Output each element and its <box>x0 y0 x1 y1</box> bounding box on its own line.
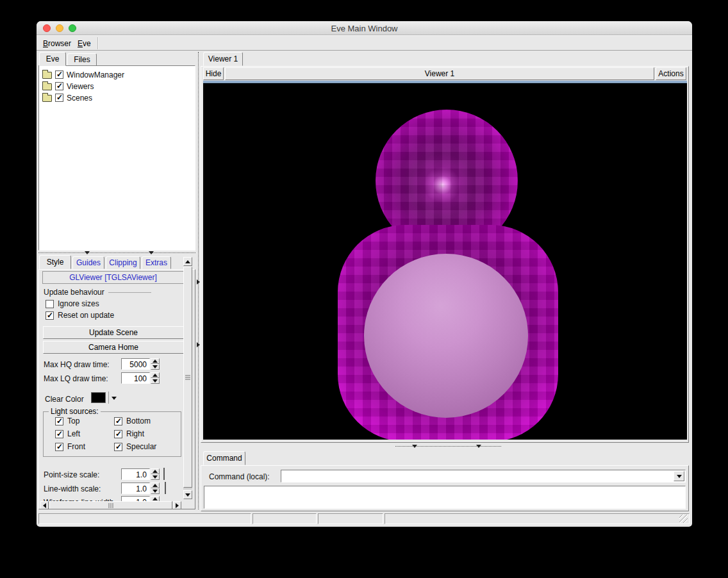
glviewer-header: GLViewer [TGLSAViewer] <box>42 271 184 284</box>
update-scene-button[interactable]: Update Scene <box>43 326 184 339</box>
tree-item-label: WindowManager <box>67 70 124 79</box>
tab-eve[interactable]: Eve <box>39 52 66 66</box>
editor-horizontal-scrollbar[interactable] <box>40 501 181 509</box>
tab-style[interactable]: Style <box>39 255 71 269</box>
max-lq-label: Max LQ draw time: <box>44 374 108 383</box>
point-size-checkbox[interactable] <box>163 468 165 480</box>
chevron-down-icon[interactable] <box>674 471 684 481</box>
tab-guides[interactable]: Guides <box>72 256 104 269</box>
reset-on-update-checkbox[interactable] <box>46 311 54 320</box>
hide-button[interactable]: Hide <box>203 67 224 80</box>
update-behaviour-group: Update behaviour <box>44 288 151 297</box>
light-specular-option[interactable]: Specular <box>114 442 156 451</box>
max-hq-spinner[interactable]: 5000 <box>121 358 160 370</box>
light-right-option[interactable]: Right <box>114 429 144 438</box>
light-front-checkbox[interactable] <box>55 443 63 451</box>
max-hq-label: Max HQ draw time: <box>44 360 110 369</box>
style-editor-panel: GLViewer [TGLSAViewer] Update behaviour … <box>38 269 195 509</box>
line-width-value[interactable]: 1.0 <box>121 483 150 494</box>
spin-up-icon[interactable] <box>151 483 160 488</box>
tree-item-viewers[interactable]: Viewers <box>41 80 94 92</box>
chevron-down-icon <box>476 445 481 448</box>
status-cell <box>252 513 317 524</box>
command-input[interactable] <box>281 470 686 483</box>
light-top-checkbox[interactable] <box>55 417 63 425</box>
point-size-spinner[interactable]: 1.0 <box>121 468 160 480</box>
status-cell <box>385 513 690 524</box>
light-bottom-checkbox[interactable] <box>114 417 122 425</box>
folder-icon <box>42 83 52 90</box>
menu-browser[interactable]: Browser <box>40 38 74 49</box>
light-bottom-option[interactable]: Bottom <box>114 417 151 425</box>
gl-viewport[interactable] <box>203 81 687 440</box>
resize-grip-icon[interactable] <box>679 515 688 523</box>
tree-item-label: Scenes <box>67 94 92 103</box>
max-lq-value[interactable]: 100 <box>121 372 150 384</box>
spin-up-icon[interactable] <box>151 372 160 378</box>
scroll-right-icon[interactable] <box>173 501 181 509</box>
reset-on-update-option[interactable]: Reset on update <box>46 311 114 320</box>
light-front-option[interactable]: Front <box>55 442 85 451</box>
tree-item-windowmanager[interactable]: WindowManager <box>41 69 124 81</box>
clear-color-swatch[interactable] <box>91 392 106 403</box>
light-left-checkbox[interactable] <box>55 430 63 438</box>
camera-home-button[interactable]: Camera Home <box>43 341 184 354</box>
actions-button[interactable]: Actions <box>656 67 686 80</box>
scroll-left-icon[interactable] <box>40 501 49 509</box>
light-top-option[interactable]: Top <box>55 417 79 425</box>
scrollbar-thumb[interactable] <box>183 267 192 488</box>
splitter-dotted-line <box>395 446 501 447</box>
command-output-area[interactable] <box>204 486 686 509</box>
tree-checkbox[interactable] <box>55 82 63 90</box>
chevron-right-icon <box>197 342 200 347</box>
folder-icon <box>42 95 52 102</box>
tab-clipping[interactable]: Clipping <box>106 256 140 269</box>
light-specular-checkbox[interactable] <box>114 443 122 451</box>
viewer-title-bar[interactable]: Viewer 1 <box>225 67 654 80</box>
window-titlebar: Eve Main Window <box>37 21 692 35</box>
clear-color-label: Clear Color <box>45 395 84 404</box>
spin-down-icon[interactable] <box>151 364 160 370</box>
max-lq-spinner[interactable]: 100 <box>121 372 160 384</box>
tab-viewer-1[interactable]: Viewer 1 <box>203 52 243 66</box>
status-cell <box>38 513 251 524</box>
menu-eve[interactable]: Eve <box>75 38 94 49</box>
panel-vertical-splitter[interactable] <box>196 52 201 509</box>
scrollbar-thumb[interactable] <box>49 501 172 509</box>
viewer-command-splitter[interactable] <box>395 444 501 449</box>
editor-vertical-scrollbar[interactable] <box>183 257 193 500</box>
line-width-checkbox[interactable] <box>165 482 166 494</box>
scroll-down-icon[interactable] <box>183 490 192 499</box>
tree-checkbox[interactable] <box>55 70 63 79</box>
folder-icon <box>42 72 52 79</box>
spin-up-icon[interactable] <box>151 358 160 364</box>
tree-editor-splitter[interactable] <box>38 251 195 255</box>
line-width-label: Line-width scale: <box>44 484 101 493</box>
color-picker-divider <box>108 392 109 404</box>
command-panel: Command (local): <box>201 465 689 511</box>
point-size-value[interactable]: 1.0 <box>121 468 150 480</box>
spin-down-icon[interactable] <box>151 488 160 494</box>
light-right-checkbox[interactable] <box>114 430 122 438</box>
spin-down-icon[interactable] <box>151 474 160 480</box>
command-local-label: Command (local): <box>209 472 270 481</box>
tree-checkbox[interactable] <box>55 94 63 102</box>
tab-extras[interactable]: Extras <box>142 256 171 269</box>
scene-front-sphere <box>364 254 528 418</box>
light-left-option[interactable]: Left <box>55 429 80 438</box>
ignore-sizes-option[interactable]: Ignore sizes <box>46 299 99 308</box>
scroll-up-icon[interactable] <box>183 257 192 266</box>
light-sources-group: Light sources: Top Bottom Left Right Fro… <box>43 411 181 457</box>
line-width-spinner[interactable]: 1.0 <box>121 483 160 494</box>
eve-main-window: Eve Main Window Browser Eve Eve Files Wi… <box>37 21 692 527</box>
menu-bar: Browser Eve <box>37 35 692 51</box>
spin-up-icon[interactable] <box>151 468 160 474</box>
eve-tree-panel: WindowManager Viewers Scenes <box>38 65 195 251</box>
tab-command[interactable]: Command <box>203 451 245 465</box>
ignore-sizes-checkbox[interactable] <box>46 300 54 308</box>
tree-item-scenes[interactable]: Scenes <box>41 92 92 104</box>
chevron-down-icon[interactable] <box>112 397 117 400</box>
tab-files[interactable]: Files <box>67 53 97 66</box>
max-hq-value[interactable]: 5000 <box>121 358 150 370</box>
spin-down-icon[interactable] <box>151 378 160 384</box>
